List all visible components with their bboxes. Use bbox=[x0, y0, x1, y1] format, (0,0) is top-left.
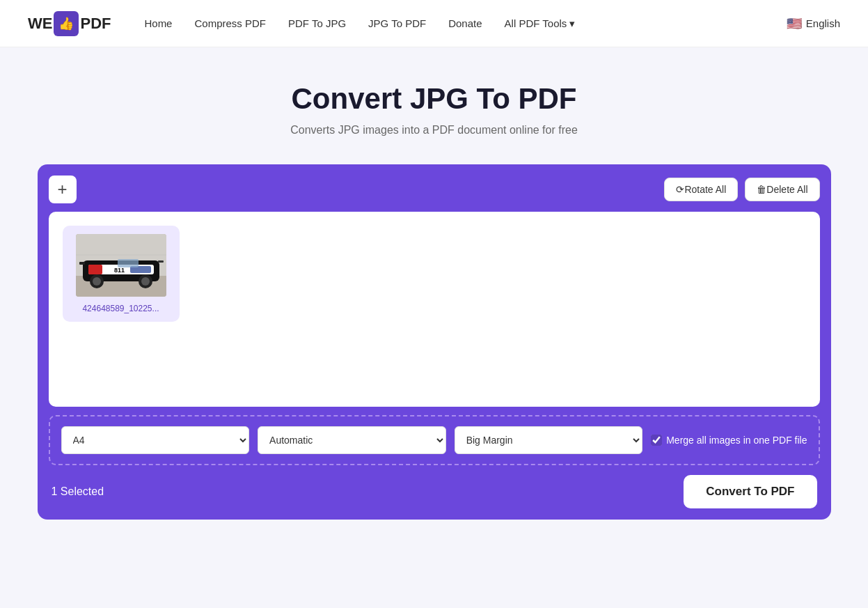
top-actions: ⟳Rotate All 🗑Delete All bbox=[664, 178, 819, 201]
bottom-bar: 1 Selected Convert To PDF bbox=[49, 475, 820, 508]
navbar: WE 👍 PDF Home Compress PDF PDF To JPG JP… bbox=[0, 0, 868, 47]
main-content: Convert JPG To PDF Converts JPG images i… bbox=[24, 47, 845, 554]
svg-rect-7 bbox=[88, 265, 102, 274]
delete-all-button[interactable]: 🗑Delete All bbox=[745, 178, 819, 201]
tool-top-bar: + ⟳Rotate All 🗑Delete All bbox=[49, 176, 820, 203]
page-size-select[interactable]: A4 A3 Letter Legal bbox=[61, 426, 250, 454]
chevron-down-icon: ▾ bbox=[569, 17, 575, 30]
svg-rect-14 bbox=[79, 262, 85, 265]
flag-icon: 🇺🇸 bbox=[787, 16, 802, 31]
language-selector[interactable]: 🇺🇸 English bbox=[787, 16, 840, 31]
svg-point-12 bbox=[141, 277, 150, 286]
file-thumbnail: 811 bbox=[76, 234, 166, 297]
logo[interactable]: WE 👍 PDF bbox=[28, 11, 111, 36]
tool-box: + ⟳Rotate All 🗑Delete All bbox=[38, 164, 831, 520]
orientation-select[interactable]: Automatic Portrait Landscape bbox=[258, 426, 446, 454]
nav-all-pdf-tools[interactable]: All PDF Tools ▾ bbox=[505, 17, 576, 30]
logo-icon: 👍 bbox=[54, 11, 79, 36]
all-tools-label: All PDF Tools bbox=[505, 17, 567, 29]
margin-select[interactable]: Big Margin Small Margin No Margin bbox=[455, 426, 643, 454]
rotate-all-button[interactable]: ⟳Rotate All bbox=[664, 178, 738, 201]
page-subtitle: Converts JPG images into a PDF document … bbox=[38, 124, 831, 137]
merge-label[interactable]: Merge all images in one PDF file bbox=[651, 435, 807, 446]
file-name: 424648589_10225... bbox=[82, 304, 159, 313]
options-bar: A4 A3 Letter Legal Automatic Portrait La… bbox=[49, 415, 820, 465]
merge-label-text: Merge all images in one PDF file bbox=[666, 435, 807, 446]
nav-links: Home Compress PDF PDF To JPG JPG To PDF … bbox=[144, 17, 786, 30]
svg-text:811: 811 bbox=[114, 267, 125, 274]
car-image-svg: 811 bbox=[76, 234, 166, 297]
nav-compress-pdf[interactable]: Compress PDF bbox=[194, 17, 266, 29]
logo-thumb-icon: 👍 bbox=[58, 16, 74, 31]
svg-rect-15 bbox=[158, 260, 164, 263]
logo-text-before: WE bbox=[28, 15, 52, 33]
nav-jpg-to-pdf[interactable]: JPG To PDF bbox=[368, 17, 426, 29]
merge-checkbox[interactable] bbox=[651, 435, 662, 446]
nav-pdf-to-jpg[interactable]: PDF To JPG bbox=[288, 17, 346, 29]
convert-to-pdf-button[interactable]: Convert To PDF bbox=[684, 475, 816, 508]
file-card[interactable]: 811 bbox=[63, 226, 180, 322]
file-area: 811 bbox=[49, 212, 820, 407]
nav-home[interactable]: Home bbox=[144, 17, 172, 29]
page-title: Convert JPG To PDF bbox=[38, 82, 831, 116]
language-label: English bbox=[806, 17, 840, 29]
logo-text-after: PDF bbox=[80, 15, 111, 33]
selected-count: 1 Selected bbox=[52, 485, 104, 498]
svg-point-10 bbox=[93, 277, 101, 286]
nav-donate[interactable]: Donate bbox=[448, 17, 482, 29]
svg-rect-13 bbox=[118, 259, 139, 267]
add-file-button[interactable]: + bbox=[49, 176, 77, 203]
